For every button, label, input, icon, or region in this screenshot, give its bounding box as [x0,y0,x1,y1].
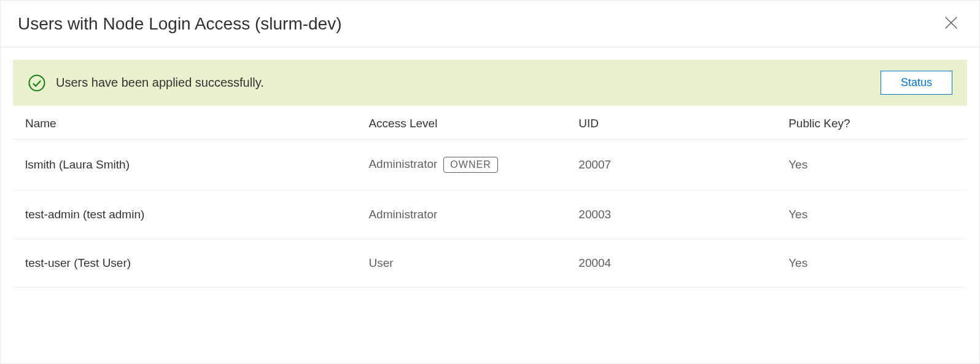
header-public-key: Public Key? [776,106,967,140]
cell-public-key: Yes [776,239,967,288]
cell-public-key: Yes [776,191,967,239]
success-check-icon [28,74,46,92]
access-level-text: Administrator [368,208,437,221]
access-level-text: Administrator [368,157,437,170]
close-button[interactable] [940,12,962,36]
cell-uid: 20003 [566,191,776,239]
table-row: test-user (Test User)User20004Yes [13,239,967,288]
cell-name: test-admin (test admin) [13,191,356,239]
banner-left: Users have been applied successfully. [28,74,264,92]
close-icon [943,14,960,33]
table-row: test-admin (test admin)Administrator2000… [13,191,967,239]
cell-uid: 20007 [566,140,776,191]
dialog-content: Users have been applied successfully. St… [1,47,979,300]
owner-badge: OWNER [443,157,497,173]
success-banner: Users have been applied successfully. St… [13,60,967,106]
svg-point-2 [29,75,45,90]
status-button[interactable]: Status [881,71,952,95]
banner-message: Users have been applied successfully. [56,76,264,90]
header-name: Name [13,106,356,140]
table-row: lsmith (Laura Smith)AdministratorOWNER20… [13,140,967,191]
cell-uid: 20004 [566,239,776,288]
table-header-row: Name Access Level UID Public Key? [13,106,967,140]
cell-access-level: Administrator [356,191,566,239]
cell-name: lsmith (Laura Smith) [13,140,356,191]
access-level-text: User [368,256,393,269]
cell-access-level: User [356,239,566,288]
users-table: Name Access Level UID Public Key? lsmith… [13,106,967,288]
dialog-header: Users with Node Login Access (slurm-dev) [1,1,979,47]
cell-public-key: Yes [776,140,967,191]
dialog-title: Users with Node Login Access (slurm-dev) [18,14,342,34]
header-uid: UID [566,106,776,140]
cell-name: test-user (Test User) [13,239,356,288]
header-access-level: Access Level [356,106,566,140]
cell-access-level: AdministratorOWNER [356,140,566,191]
